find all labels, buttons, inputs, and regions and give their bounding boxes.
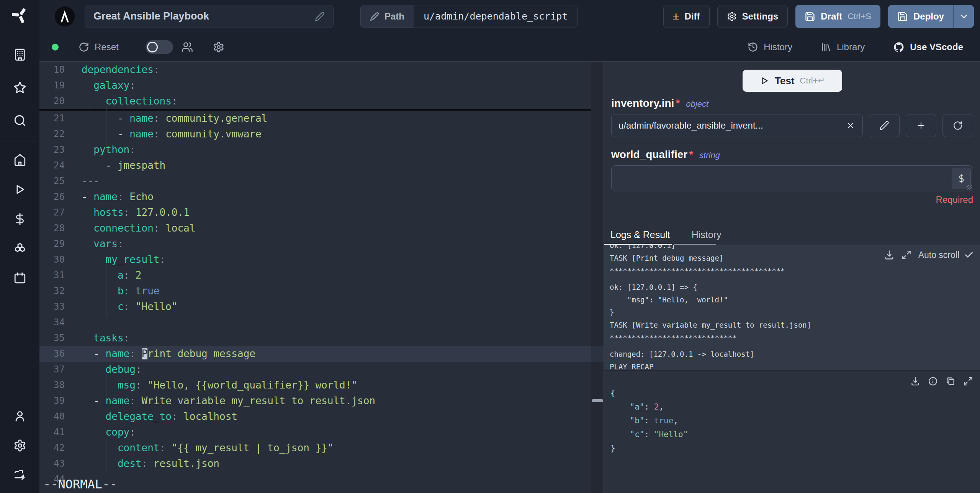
code-line-28[interactable]: 28 connection: local bbox=[39, 220, 604, 236]
code-text: b: true bbox=[65, 283, 159, 299]
result-line: "b": true, bbox=[610, 414, 974, 428]
library-button[interactable]: Library bbox=[818, 41, 867, 53]
sidebar-item-logout[interactable] bbox=[13, 469, 26, 482]
expand-result-button[interactable] bbox=[963, 376, 973, 386]
sidebar-item-settings[interactable] bbox=[13, 439, 26, 452]
calendar-icon bbox=[13, 271, 26, 284]
code-line-37[interactable]: 37 debug: bbox=[39, 362, 604, 377]
code-line-21[interactable]: 21 - name: community.general bbox=[39, 111, 604, 126]
tab-history[interactable]: History bbox=[692, 229, 722, 240]
diff-mode-toggle[interactable] bbox=[146, 40, 173, 54]
tab-logs-result[interactable]: Logs & Result bbox=[610, 229, 670, 240]
deploy-button[interactable]: Deploy bbox=[888, 5, 953, 28]
code-line-41[interactable]: 41 copy: bbox=[39, 424, 604, 440]
sidebar-item-schedules[interactable] bbox=[13, 271, 26, 284]
sidebar-item-home[interactable] bbox=[13, 153, 26, 167]
line-number: 36 bbox=[39, 346, 65, 362]
edit-resource-button[interactable] bbox=[869, 114, 900, 137]
code-line-33[interactable]: 33 c: "Hello" bbox=[39, 299, 604, 315]
test-button[interactable]: Test Ctrl+↵ bbox=[743, 70, 842, 92]
log-controls: Auto scroll bbox=[884, 250, 974, 260]
user-icon bbox=[13, 410, 26, 423]
download-logs-button[interactable] bbox=[884, 250, 895, 260]
code-line-44[interactable]: 44 bbox=[39, 472, 604, 487]
panel-resize-handle[interactable] bbox=[592, 399, 603, 402]
code-text: galaxy: bbox=[65, 78, 136, 93]
code-line-39[interactable]: 39 - name: Write variable my_result to r… bbox=[39, 393, 604, 409]
refresh-resource-button[interactable] bbox=[942, 114, 973, 137]
code-line-32[interactable]: 32 b: true bbox=[39, 283, 604, 299]
line-number: 18 bbox=[39, 62, 65, 78]
path-button[interactable]: Path u/admin/dependable_script bbox=[360, 5, 578, 28]
sidebar-item-search[interactable] bbox=[13, 114, 26, 127]
world-qualifier-input[interactable]: $ bbox=[611, 165, 973, 191]
sidebar-item-variables[interactable] bbox=[13, 212, 26, 225]
code-line-18[interactable]: 18dependencies: bbox=[39, 62, 604, 78]
reset-button[interactable]: Reset bbox=[76, 41, 121, 53]
diff-button[interactable]: ± Diff bbox=[663, 5, 709, 28]
use-vscode-button[interactable]: Use VScode bbox=[891, 41, 965, 53]
clear-resource-button[interactable] bbox=[846, 121, 856, 131]
code-line-26[interactable]: 26- name: Echo bbox=[39, 189, 604, 205]
code-lines: 21 - name: community.general22 - name: c… bbox=[39, 111, 604, 487]
vim-mode-indicator: --NORMAL-- bbox=[43, 477, 117, 491]
line-number: 38 bbox=[39, 377, 65, 393]
code-line-36[interactable]: 36 - name: Print debug message bbox=[39, 346, 604, 362]
add-resource-button[interactable] bbox=[906, 114, 936, 137]
line-number: 29 bbox=[39, 236, 65, 252]
code-line-24[interactable]: 24 - jmespath bbox=[39, 158, 604, 173]
download-result-button[interactable] bbox=[910, 376, 920, 386]
code-editor[interactable]: 18dependencies:19 galaxy:20 collections:… bbox=[39, 62, 604, 493]
result-json: { "a": 2, "b": true, "c": "Hello"} bbox=[610, 386, 974, 455]
editor-settings-button[interactable] bbox=[213, 41, 224, 53]
code-line-31[interactable]: 31 a: 2 bbox=[39, 268, 604, 283]
code-line-22[interactable]: 22 - name: community.vmware bbox=[39, 126, 604, 142]
line-number: 22 bbox=[39, 126, 65, 142]
code-line-27[interactable]: 27 hosts: 127.0.0.1 bbox=[39, 205, 604, 220]
resize-grip-icon[interactable] bbox=[967, 185, 972, 190]
code-line-40[interactable]: 40 delegate_to: localhost bbox=[39, 409, 604, 424]
expand-logs-button[interactable] bbox=[901, 250, 911, 260]
settings-button[interactable]: Settings bbox=[717, 5, 788, 28]
code-line-35[interactable]: 35 tasks: bbox=[39, 330, 604, 346]
code-line-25[interactable]: 25--- bbox=[39, 173, 604, 189]
sidebar-item-workspace[interactable] bbox=[13, 48, 26, 61]
code-text: copy: bbox=[65, 424, 136, 440]
code-text: connection: local bbox=[65, 220, 195, 236]
history-button[interactable]: History bbox=[745, 41, 795, 53]
code-line-42[interactable]: 42 content: "{{ my_result | to_json }}" bbox=[39, 440, 604, 456]
copy-result-button[interactable] bbox=[946, 376, 955, 386]
inventory-resource-input[interactable]: u/admin/favorable_ansible_invent... bbox=[611, 114, 863, 137]
edit-title-button[interactable] bbox=[315, 11, 325, 21]
autoscroll-toggle[interactable]: Auto scroll bbox=[918, 250, 974, 260]
deploy-more-button[interactable] bbox=[953, 5, 974, 28]
collaborators-button[interactable] bbox=[182, 41, 193, 53]
script-title-field[interactable]: Great Ansible Playbook bbox=[85, 5, 334, 28]
sidebar-item-runs[interactable] bbox=[13, 183, 26, 196]
windmill-logo-icon bbox=[11, 6, 29, 24]
log-output[interactable]: ok: [127.0.0.1]TASK [Print debug message… bbox=[604, 245, 980, 370]
sidebar-item-favorites[interactable] bbox=[13, 81, 26, 94]
code-text: delegate_to: localhost bbox=[65, 409, 237, 424]
code-line-29[interactable]: 29 vars: bbox=[39, 236, 604, 252]
sidebar-item-account[interactable] bbox=[13, 410, 26, 423]
code-line-23[interactable]: 23 python: bbox=[39, 142, 604, 158]
windmill-logo[interactable] bbox=[11, 6, 29, 24]
log-line: PLAY RECAP bbox=[610, 361, 975, 370]
draft-button[interactable]: Draft Ctrl+S bbox=[795, 5, 880, 28]
code-line-34[interactable]: 34 bbox=[39, 315, 604, 330]
field-label-inventory: inventory.ini* object bbox=[611, 97, 973, 109]
sidebar-item-resources[interactable] bbox=[13, 242, 26, 255]
code-line-19[interactable]: 19 galaxy: bbox=[39, 78, 604, 93]
home-icon bbox=[13, 153, 26, 167]
code-line-30[interactable]: 30 my_result: bbox=[39, 252, 604, 268]
result-line: "a": 2, bbox=[610, 400, 974, 414]
result-info-button[interactable] bbox=[928, 376, 938, 386]
code-line-43[interactable]: 43 dest: result.json bbox=[39, 456, 604, 472]
code-line-38[interactable]: 38 msg: "Hello, {{world_qualifier}} worl… bbox=[39, 377, 604, 393]
plus-icon bbox=[916, 121, 926, 131]
download-icon bbox=[884, 250, 895, 260]
code-line-20[interactable]: 20 collections: bbox=[39, 93, 604, 109]
editor-scrollbar[interactable] bbox=[591, 62, 604, 493]
toolbar-right: History Library Use VScode bbox=[745, 41, 965, 53]
